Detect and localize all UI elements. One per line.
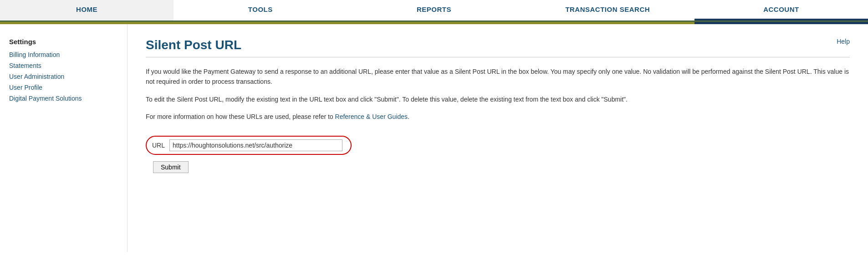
sidebar: Settings Billing Information Statements … bbox=[0, 24, 128, 252]
help-link[interactable]: Help bbox=[837, 38, 850, 45]
description-3-suffix: . bbox=[408, 113, 409, 120]
main-content: Silent Post URL Help If you would like t… bbox=[128, 24, 868, 252]
description-1: If you would like the Payment Gateway to… bbox=[146, 66, 850, 87]
sidebar-item-billing[interactable]: Billing Information bbox=[9, 51, 118, 58]
url-label: URL bbox=[152, 142, 165, 149]
submit-button[interactable]: Submit bbox=[153, 161, 189, 173]
top-navigation: HOME TOOLS REPORTS TRANSACTION SEARCH AC… bbox=[0, 0, 868, 24]
nav-account[interactable]: ACCOUNT bbox=[694, 0, 868, 20]
page-header: Silent Post URL Help bbox=[146, 38, 850, 57]
nav-reports[interactable]: REPORTS bbox=[347, 0, 521, 20]
reference-guides-link[interactable]: Reference & User Guides bbox=[335, 113, 408, 120]
sidebar-item-digital-payment[interactable]: Digital Payment Solutions bbox=[9, 95, 118, 102]
url-input[interactable] bbox=[169, 139, 342, 151]
page-layout: Settings Billing Information Statements … bbox=[0, 24, 868, 252]
description-3: For more information on how these URLs a… bbox=[146, 112, 850, 122]
url-highlight-oval: URL bbox=[146, 136, 352, 155]
nav-tools[interactable]: TOOLS bbox=[174, 0, 347, 20]
sidebar-item-user-profile[interactable]: User Profile bbox=[9, 84, 118, 91]
description-2: To edit the Silent Post URL, modify the … bbox=[146, 94, 850, 104]
nav-home[interactable]: HOME bbox=[0, 0, 174, 20]
sidebar-item-user-admin[interactable]: User Administration bbox=[9, 73, 118, 80]
nav-transaction-search[interactable]: TRANSACTION SEARCH bbox=[521, 0, 694, 20]
sidebar-item-statements[interactable]: Statements bbox=[9, 62, 118, 69]
url-form: URL Submit bbox=[146, 136, 850, 173]
description-3-prefix: For more information on how these URLs a… bbox=[146, 113, 335, 120]
sidebar-title: Settings bbox=[9, 38, 118, 46]
page-title: Silent Post URL bbox=[146, 38, 241, 52]
nav-bar: HOME TOOLS REPORTS TRANSACTION SEARCH AC… bbox=[0, 0, 868, 22]
